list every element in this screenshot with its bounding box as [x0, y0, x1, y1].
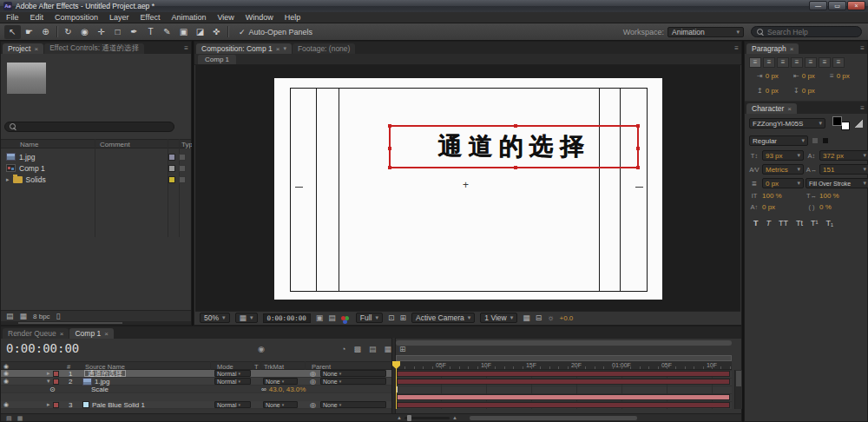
- all-caps-button[interactable]: TT: [779, 219, 788, 227]
- resolution-dropdown[interactable]: Full: [356, 313, 383, 323]
- zoom-slider-knob[interactable]: [407, 415, 411, 421]
- time-navigator[interactable]: [396, 340, 732, 346]
- grid-guides-dropdown[interactable]: ▦: [235, 313, 258, 323]
- kerning-dropdown[interactable]: Metrics: [762, 164, 804, 175]
- justify-last-center-icon[interactable]: ≡: [805, 57, 817, 68]
- fast-previews-icon[interactable]: ⊟: [536, 313, 542, 322]
- layer-duration-bar[interactable]: [397, 371, 730, 377]
- trkmat-dropdown[interactable]: None: [263, 401, 298, 408]
- baseline-shift-value[interactable]: 0 px: [762, 203, 804, 211]
- horizontal-scrollbar[interactable]: [1, 321, 191, 325]
- vertical-scale-value[interactable]: 100 %: [762, 192, 804, 200]
- blend-mode-dropdown[interactable]: Normal: [214, 378, 251, 385]
- project-search-box[interactable]: [4, 122, 174, 132]
- exposure-value[interactable]: +0.0: [560, 314, 574, 322]
- project-item-comp1[interactable]: Comp 1: [1, 162, 191, 174]
- comp-viewport[interactable]: 通道的选择 +: [195, 65, 740, 311]
- pan-behind-tool-icon[interactable]: ✛: [93, 25, 109, 39]
- layer-row-3[interactable]: ◉ ▸ 3 Pale Blue Solid 1 Normal None ◎ No…: [1, 401, 391, 409]
- eye-icon[interactable]: ◉: [3, 401, 9, 408]
- time-ruler[interactable]: 05F 10F 15F 20F 01:00F 05F 10F: [396, 361, 732, 370]
- rotate-tool-icon[interactable]: ↻: [60, 25, 76, 39]
- menu-animation[interactable]: Animation: [171, 13, 206, 22]
- expand-icon[interactable]: ▸: [6, 176, 10, 183]
- pixel-aspect-icon[interactable]: ▦: [523, 313, 530, 322]
- tab-footage[interactable]: Footage: (none): [293, 43, 355, 54]
- collapse-icon[interactable]: ▾: [47, 378, 50, 385]
- faux-italic-button[interactable]: T: [766, 219, 772, 227]
- menu-file[interactable]: File: [6, 13, 19, 22]
- view-layout-dropdown[interactable]: 1 View: [480, 313, 517, 323]
- stroke-mode-dropdown[interactable]: Fill Over Stroke: [806, 178, 868, 188]
- current-time-display[interactable]: 0:00:00:00: [6, 341, 79, 355]
- composition-mini-flowchart-icon[interactable]: ◉: [258, 345, 265, 353]
- layer-name[interactable]: Pale Blue Solid 1: [92, 401, 145, 409]
- pen-tool-icon[interactable]: ✒: [126, 25, 142, 39]
- stopwatch-icon[interactable]: ⊙: [49, 386, 56, 393]
- black-swatch[interactable]: [822, 137, 829, 144]
- anchor-point-icon[interactable]: +: [463, 179, 469, 191]
- label-chip[interactable]: [168, 176, 175, 183]
- show-channel-icon[interactable]: [341, 316, 345, 320]
- interpret-footage-icon[interactable]: ▤: [6, 312, 14, 320]
- maximize-button[interactable]: ▭: [828, 1, 846, 10]
- font-family-dropdown[interactable]: FZZongYi-M05S: [749, 118, 825, 129]
- fill-color-swatch[interactable]: [832, 116, 842, 126]
- timeline-zoom-slider[interactable]: [404, 417, 450, 419]
- menu-layer[interactable]: Layer: [109, 13, 129, 22]
- new-folder-icon[interactable]: ▦: [20, 312, 28, 320]
- expand-layers-icon[interactable]: ▤: [6, 415, 12, 422]
- tab-render-queue[interactable]: Render Queue: [3, 328, 69, 339]
- faux-bold-button[interactable]: T: [753, 219, 759, 227]
- constrain-link-icon[interactable]: ∞: [261, 386, 266, 393]
- label-chip[interactable]: [168, 154, 175, 161]
- menu-view[interactable]: View: [217, 13, 233, 22]
- indent-right-value[interactable]: 0 px: [802, 72, 815, 80]
- puppet-pin-tool-icon[interactable]: ✜: [208, 25, 225, 39]
- label-chip[interactable]: [53, 371, 59, 377]
- label-chip[interactable]: [168, 165, 175, 172]
- trkmat-dropdown[interactable]: None: [263, 378, 298, 385]
- frame-blend-icon[interactable]: ▦: [384, 345, 391, 353]
- layer-row-2[interactable]: ◉ ▾ 2 1.jpg Normal None ◎ None: [1, 378, 391, 386]
- property-name[interactable]: Scale: [91, 386, 108, 393]
- blend-mode-dropdown[interactable]: Normal: [214, 370, 251, 377]
- font-size-dropdown[interactable]: 93 px: [762, 150, 804, 161]
- tab-project[interactable]: Project: [3, 43, 43, 54]
- panel-menu-icon[interactable]: ≡: [860, 104, 865, 112]
- layer-duration-bar-selected[interactable]: [397, 394, 730, 400]
- stroke-width-dropdown[interactable]: 0 px: [762, 178, 804, 188]
- label-chip[interactable]: [53, 402, 59, 408]
- text-layer-selection-box[interactable]: 通道的选择: [389, 125, 639, 168]
- first-line-indent-value[interactable]: 0 px: [837, 72, 850, 80]
- close-icon[interactable]: [60, 329, 64, 338]
- scrollbar-thumb[interactable]: [18, 322, 122, 324]
- draft-3d-icon[interactable]: ▩: [353, 345, 361, 353]
- parent-dropdown[interactable]: None: [320, 378, 386, 385]
- selection-tool-icon[interactable]: ↖: [4, 25, 21, 39]
- close-icon[interactable]: [104, 329, 108, 338]
- eye-icon[interactable]: ◉: [3, 378, 9, 385]
- parent-dropdown[interactable]: None: [320, 401, 386, 408]
- column-type[interactable]: Type: [181, 141, 192, 148]
- help-search-input[interactable]: [767, 28, 856, 36]
- subtab-comp1[interactable]: Comp 1: [198, 55, 236, 64]
- tab-effect-controls[interactable]: Effect Controls: 通道的选择: [44, 43, 144, 54]
- zoom-out-frames-icon[interactable]: ▲: [397, 415, 402, 420]
- expand-icon[interactable]: ▸: [47, 370, 50, 377]
- pickwhip-icon[interactable]: ◎: [310, 401, 316, 409]
- bit-depth[interactable]: 8 bpc: [33, 313, 50, 320]
- stroke-color-swatch[interactable]: [841, 122, 850, 130]
- clone-stamp-tool-icon[interactable]: ▣: [175, 25, 192, 39]
- zoom-tool-icon[interactable]: ⊕: [37, 25, 54, 39]
- project-item-solids[interactable]: ▸ Solids: [1, 174, 191, 185]
- brush-tool-icon[interactable]: ✎: [159, 25, 175, 39]
- menu-effect[interactable]: Effect: [141, 13, 161, 22]
- property-row-scale[interactable]: ⊙ Scale ∞43.0, 43.0%: [1, 386, 391, 393]
- subscript-button[interactable]: T₁: [826, 219, 834, 227]
- space-before-value[interactable]: 0 px: [766, 87, 779, 95]
- tab-character[interactable]: Character: [746, 103, 797, 114]
- scale-value[interactable]: 43.0, 43.0%: [269, 386, 306, 393]
- project-search-input[interactable]: [20, 123, 169, 131]
- live-update-icon[interactable]: ◔: [341, 345, 345, 353]
